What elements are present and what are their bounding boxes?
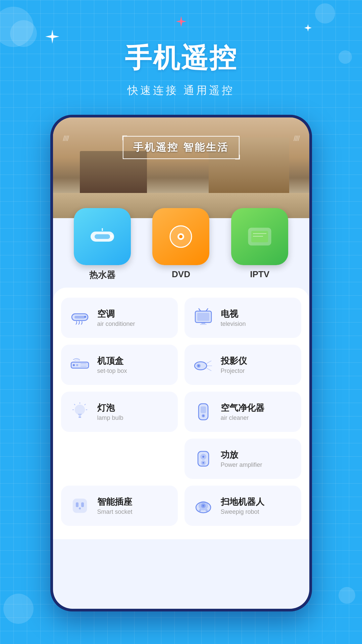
svg-point-62 — [202, 505, 204, 507]
device-card-set_top_box[interactable]: 机顶盒 set-top box — [61, 345, 178, 385]
corner-br — [235, 155, 240, 159]
phone-frame: //// //// 手机遥控 智能生活 — [50, 115, 312, 611]
svg-rect-54 — [73, 499, 87, 512]
phone-mockup-container: //// //// 手机遥控 智能生活 — [0, 115, 362, 611]
socket-icon — [68, 494, 92, 518]
device-content-area: 空调 air conditioner 电视 television — [53, 288, 309, 539]
svg-rect-17 — [74, 316, 85, 318]
pink-star-icon — [176, 16, 187, 28]
quick-label-iptv: IPTV — [250, 269, 269, 280]
svg-line-39 — [85, 404, 86, 405]
svg-point-28 — [73, 364, 75, 366]
quick-action-row: 热水器 DVD — [53, 198, 309, 281]
svg-rect-24 — [201, 323, 205, 324]
svg-rect-25 — [200, 324, 207, 325]
main-title: 手机遥控 — [0, 40, 362, 77]
amp-icon — [191, 447, 215, 471]
device-card-air_cleaner[interactable]: 空气净化器 air cleaner — [185, 392, 301, 432]
corner-tl — [122, 136, 127, 140]
svg-point-29 — [76, 364, 78, 366]
device-card-smart_socket[interactable]: 智能插座 Smart socket — [61, 486, 178, 526]
white-star-small-icon — [304, 24, 312, 33]
svg-rect-45 — [201, 406, 206, 413]
svg-point-51 — [202, 456, 204, 458]
svg-point-10 — [179, 235, 183, 238]
svg-point-18 — [84, 316, 86, 318]
svg-point-53 — [202, 462, 204, 464]
device-card-sweeping_robot[interactable]: 扫地机器人 Sweepig robot — [185, 486, 301, 526]
white-star-large-icon — [45, 30, 59, 45]
quick-item-hotwater[interactable]: 热水器 — [74, 208, 131, 281]
svg-rect-21 — [197, 313, 209, 321]
svg-point-36 — [75, 405, 85, 414]
banner-text: 手机遥控 智能生活 — [133, 142, 228, 153]
device-card-lamp[interactable]: 灯泡 lamp bulb — [61, 392, 178, 432]
device-card-television[interactable]: 电视 television — [185, 298, 301, 338]
svg-point-63 — [199, 509, 201, 512]
svg-point-5 — [110, 235, 113, 238]
aircleaner-icon — [191, 400, 215, 424]
quick-label-hotwater: 热水器 — [89, 269, 115, 281]
svg-rect-4 — [95, 234, 110, 239]
quick-icon-hotwater — [74, 208, 131, 265]
lamp-icon — [68, 400, 92, 424]
device-card-power_amp[interactable]: 功放 Power amplifier — [185, 439, 301, 479]
svg-marker-0 — [176, 16, 187, 27]
slash-deco-left: //// — [63, 134, 68, 143]
svg-point-57 — [79, 507, 81, 509]
quick-item-dvd[interactable]: DVD — [152, 208, 209, 281]
quick-icon-iptv — [231, 208, 288, 265]
projector-icon — [191, 353, 215, 377]
svg-point-64 — [205, 509, 208, 512]
device-card-projector[interactable]: 投影仪 Projector — [185, 345, 301, 385]
top-area: 手机遥控 快速连接 通用遥控 — [0, 0, 362, 98]
device-card-air_conditioner[interactable]: 空调 air conditioner — [61, 298, 178, 338]
tv-icon — [191, 306, 215, 330]
svg-rect-37 — [79, 416, 81, 418]
subtitle: 快速连接 通用遥控 — [0, 83, 362, 98]
banner-text-box: 手机遥控 智能生活 — [122, 136, 239, 159]
quick-icon-dvd — [152, 208, 209, 265]
svg-marker-2 — [304, 24, 312, 32]
svg-marker-1 — [45, 30, 59, 44]
quick-label-dvd: DVD — [172, 269, 190, 280]
robot-icon — [191, 494, 215, 518]
svg-point-47 — [202, 415, 204, 417]
svg-rect-55 — [76, 502, 79, 507]
device-grid: 空调 air conditioner 电视 television — [61, 298, 301, 526]
quick-item-iptv[interactable]: IPTV — [231, 208, 288, 281]
svg-rect-56 — [81, 502, 84, 507]
slash-deco-right: //// — [294, 134, 299, 143]
ac-icon — [68, 306, 92, 330]
svg-point-35 — [198, 365, 200, 367]
phone-inner: //// //// 手机遥控 智能生活 — [53, 117, 309, 609]
svg-line-40 — [74, 404, 75, 405]
stb-icon — [68, 353, 92, 377]
